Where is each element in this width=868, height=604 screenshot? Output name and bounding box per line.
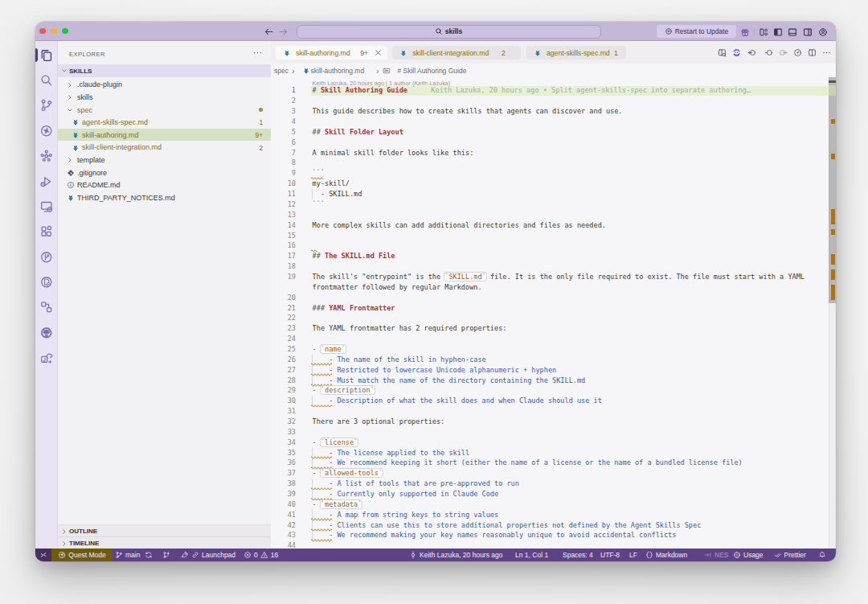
tree-item-label: README.md	[77, 181, 121, 189]
minimize-window-button[interactable]	[51, 28, 57, 35]
navigate-back-button[interactable]	[264, 27, 274, 37]
tree-item-template[interactable]: template	[58, 154, 271, 166]
tree-item-THIRD_PARTY_NOTICES.md[interactable]: THIRD_PARTY_NOTICES.md	[58, 191, 271, 204]
inline-code: `allowed-tools`	[321, 469, 383, 477]
activity-bar-copilot-icon[interactable]	[39, 275, 54, 290]
status-nes[interactable]: NES	[704, 549, 728, 562]
tree-item-skill-client-integration.md[interactable]: skill-client-integration.md2	[58, 142, 271, 154]
more-actions-icon[interactable]	[822, 48, 831, 57]
activity-bar-references-icon[interactable]	[39, 300, 54, 314]
breadcrumb-file[interactable]: skill-authoring.md	[311, 67, 365, 75]
next-change-icon[interactable]	[779, 48, 788, 57]
tree-item-README.md[interactable]: README.md	[58, 179, 271, 191]
status-blame[interactable]: Keith Lazuka, 20 hours ago	[409, 549, 503, 562]
toggle-sidebar-icon[interactable]	[773, 27, 783, 37]
markdown-file-icon	[72, 118, 80, 126]
activity-bar-source-control-icon[interactable]	[39, 98, 54, 113]
command-center-search[interactable]: skills	[297, 25, 601, 39]
status-text: Usage	[743, 551, 764, 559]
open-preview-icon[interactable]	[718, 48, 727, 57]
section-header-timeline[interactable]: TIMELINE	[58, 536, 271, 548]
split-editor-icon[interactable]	[808, 48, 817, 57]
code-line: ## The SKILL.md File	[313, 251, 395, 261]
section-header-skills[interactable]: SKILLS	[58, 64, 271, 77]
navigate-forward-button[interactable]	[278, 27, 289, 37]
layout-customize-icon[interactable]	[759, 27, 768, 37]
activity-bar-deploy-icon[interactable]	[39, 351, 54, 365]
line-number: 27	[280, 365, 296, 376]
close-window-button[interactable]	[39, 28, 46, 35]
ai-assistant-icon[interactable]	[732, 48, 741, 57]
search-icon	[435, 27, 443, 35]
open-changes-icon[interactable]	[764, 48, 773, 57]
line-number: 28	[280, 376, 296, 386]
status-prettier[interactable]: Prettier	[774, 549, 806, 562]
file-history-icon[interactable]	[793, 48, 802, 57]
code-line: - Clients can use this to store addition…	[313, 520, 702, 531]
status-branch[interactable]: main	[115, 549, 140, 562]
status-text: LF	[629, 551, 637, 559]
tree-item-.gitignore[interactable]: .gitignore	[58, 166, 271, 179]
status-sync[interactable]	[145, 549, 153, 562]
tree-item-skill-authoring.md[interactable]: skill-authoring.md9+	[58, 129, 271, 142]
account-icon[interactable]	[818, 27, 828, 37]
status-notifications[interactable]	[818, 549, 826, 562]
activity-bar-organization-icon[interactable]	[39, 149, 54, 163]
usage-icon	[733, 551, 741, 559]
line-number: 18	[280, 261, 296, 272]
tree-item-agent-skills-spec.md[interactable]: agent-skills-spec.md1	[58, 116, 271, 129]
code-line: - `allowed-tools`	[313, 468, 383, 479]
previous-change-icon[interactable]	[747, 48, 756, 57]
status-cursor-position[interactable]: Ln 1, Col 1	[515, 549, 548, 562]
editor-content[interactable]: Keith Lazuka, 20 hours ago | 1 author (K…	[271, 77, 836, 549]
activity-bar-github-icon[interactable]	[39, 326, 54, 340]
status-eol[interactable]: LF	[629, 549, 637, 562]
activity-bar-remote-explorer-icon[interactable]	[39, 199, 54, 214]
explorer-more-actions[interactable]: ···	[253, 48, 263, 57]
tree-item-.claude-plugin[interactable]: .claude-plugin	[58, 79, 271, 92]
chevron-right-icon	[61, 540, 68, 547]
status-remote[interactable]	[35, 549, 51, 562]
status-problems[interactable]: 016	[244, 549, 278, 562]
tree-item-spec[interactable]: spec	[58, 104, 271, 117]
branch-icon	[115, 551, 123, 559]
markdown-file-icon	[534, 49, 542, 57]
status-language-mode[interactable]: Markdown	[645, 549, 687, 562]
gift-icon[interactable]	[740, 27, 750, 37]
chevron-down-icon	[61, 68, 68, 74]
status-usage[interactable]: Usage	[733, 549, 764, 562]
status-quest-mode[interactable]: Quest Mode	[51, 549, 113, 562]
breadcrumb-folder[interactable]: spec	[274, 67, 289, 75]
tab-skill-client-integration.md[interactable]: skill-client-integration.md2	[392, 46, 521, 60]
activity-bar-run-debug-icon[interactable]	[39, 175, 54, 189]
line-number: 25	[280, 344, 296, 355]
restart-to-update-button[interactable]: Restart to Update	[657, 25, 736, 38]
line-number: 21	[280, 303, 296, 314]
activity-bar-extensions-icon[interactable]	[39, 224, 54, 239]
code-line: ### YAML Frontmatter	[313, 303, 395, 314]
activity-bar-history-icon[interactable]	[39, 250, 54, 265]
toggle-panel-icon[interactable]	[788, 27, 797, 37]
close-icon[interactable]	[374, 48, 383, 57]
maximize-window-button[interactable]	[62, 28, 68, 35]
activity-bar-search-icon[interactable]	[39, 73, 54, 88]
code-line: - `description`	[313, 385, 375, 396]
activity-bar-gitlens-icon[interactable]	[39, 124, 54, 138]
git-changes-badge: 1	[259, 118, 263, 126]
status-encoding[interactable]: UTF-8	[600, 549, 620, 562]
status-indentation[interactable]: Spaces: 4	[563, 549, 593, 562]
status-graph[interactable]	[162, 549, 170, 562]
tab-agent-skills-spec.md[interactable]: agent-skills-spec.md1	[526, 46, 626, 60]
tree-item-skills[interactable]: skills	[58, 91, 271, 104]
status-text: 0	[254, 551, 258, 559]
toggle-secondary-sidebar-icon[interactable]	[803, 27, 813, 37]
breadcrumb-symbol[interactable]: # Skill Authoring Guide	[397, 67, 466, 75]
tree-item-label: .gitignore	[77, 169, 107, 177]
activity-bar-files-icon[interactable]	[39, 48, 54, 63]
tab-skill-authoring.md[interactable]: skill-authoring.md9+	[276, 46, 387, 60]
status-text: main	[125, 551, 140, 559]
section-header-outline[interactable]: OUTLINE	[58, 524, 271, 536]
tab-dirty-badge: 1	[614, 49, 618, 57]
status-launchpad[interactable]: Launchpad	[181, 549, 235, 562]
rocket-icon	[181, 551, 189, 559]
